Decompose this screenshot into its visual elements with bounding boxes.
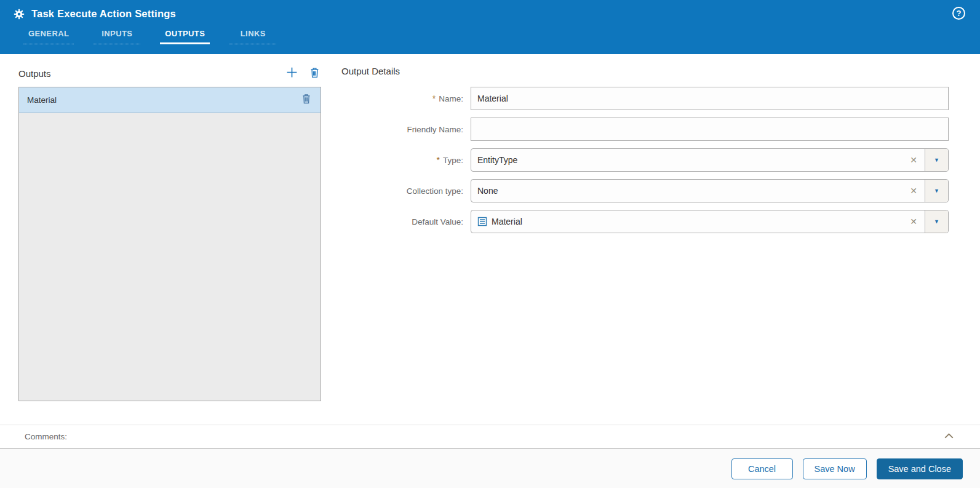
outputs-list: Material xyxy=(18,87,321,401)
plus-icon xyxy=(285,66,298,81)
collection-type-combobox[interactable]: None ✕ ▼ xyxy=(471,179,949,202)
entity-list-icon xyxy=(477,217,487,226)
list-item[interactable]: Material xyxy=(19,87,321,113)
comments-bar: Comments: xyxy=(0,425,980,449)
type-row: *Type: EntityType ✕ ▼ xyxy=(341,148,949,172)
outputs-panel: Outputs Material xyxy=(18,63,321,401)
name-input[interactable] xyxy=(471,87,949,110)
friendly-name-label: Friendly Name: xyxy=(341,125,471,134)
chevron-down-icon[interactable]: ▼ xyxy=(925,180,948,202)
help-icon[interactable]: ? xyxy=(952,7,965,20)
tab-inputs[interactable]: INPUTS xyxy=(94,29,140,44)
collection-type-row: Collection type: None ✕ ▼ xyxy=(341,179,949,202)
tab-bar: GENERAL INPUTS OUTPUTS LINKS xyxy=(23,29,276,44)
dialog-title: Task Execute Action Settings xyxy=(31,8,176,20)
output-details-panel: Output Details *Name: Friendly Name: *Ty… xyxy=(341,63,949,241)
tab-links[interactable]: LINKS xyxy=(229,29,276,44)
chevron-down-icon[interactable]: ▼ xyxy=(925,210,948,233)
dialog-header: Task Execute Action Settings ? GENERAL I… xyxy=(0,0,980,54)
list-item-label: Material xyxy=(27,95,300,105)
required-marker: * xyxy=(437,155,440,165)
default-value-text: Material xyxy=(492,217,522,226)
save-now-button[interactable]: Save Now xyxy=(803,458,867,479)
collapse-comments-button[interactable] xyxy=(944,432,954,441)
type-value: EntityType xyxy=(471,149,902,171)
name-row: *Name: xyxy=(341,87,949,110)
chevron-up-icon xyxy=(944,432,954,441)
required-marker: * xyxy=(432,94,436,103)
type-combobox[interactable]: EntityType ✕ ▼ xyxy=(471,148,949,172)
comments-label: Comments: xyxy=(25,432,944,441)
chevron-down-icon[interactable]: ▼ xyxy=(925,149,948,171)
trash-icon xyxy=(309,67,320,80)
delete-item-button[interactable] xyxy=(300,92,313,107)
clear-icon[interactable]: ✕ xyxy=(902,210,925,233)
collection-type-value: None xyxy=(471,180,902,202)
friendly-name-input[interactable] xyxy=(471,118,949,141)
tab-outputs[interactable]: OUTPUTS xyxy=(160,29,210,44)
default-value-row: Default Value: Material ✕ ▼ xyxy=(341,210,949,233)
collection-type-label: Collection type: xyxy=(341,186,471,196)
friendly-name-row: Friendly Name: xyxy=(341,118,949,141)
footer: Cancel Save Now Save and Close xyxy=(0,449,980,488)
help-glyph: ? xyxy=(957,9,962,18)
outputs-panel-title: Outputs xyxy=(18,68,276,79)
name-label: *Name: xyxy=(341,94,471,103)
save-and-close-button[interactable]: Save and Close xyxy=(877,458,963,479)
clear-icon[interactable]: ✕ xyxy=(902,180,925,202)
type-label: *Type: xyxy=(341,155,471,165)
trash-icon xyxy=(301,94,311,106)
delete-outputs-button[interactable] xyxy=(308,66,321,81)
default-value-label: Default Value: xyxy=(341,217,471,226)
clear-icon[interactable]: ✕ xyxy=(902,149,925,171)
default-value-combobox[interactable]: Material ✕ ▼ xyxy=(471,210,949,233)
add-output-button[interactable] xyxy=(284,65,300,82)
tab-general[interactable]: GENERAL xyxy=(23,29,74,44)
cancel-button[interactable]: Cancel xyxy=(731,458,793,479)
output-details-title: Output Details xyxy=(341,63,949,83)
gear-icon xyxy=(14,9,25,20)
